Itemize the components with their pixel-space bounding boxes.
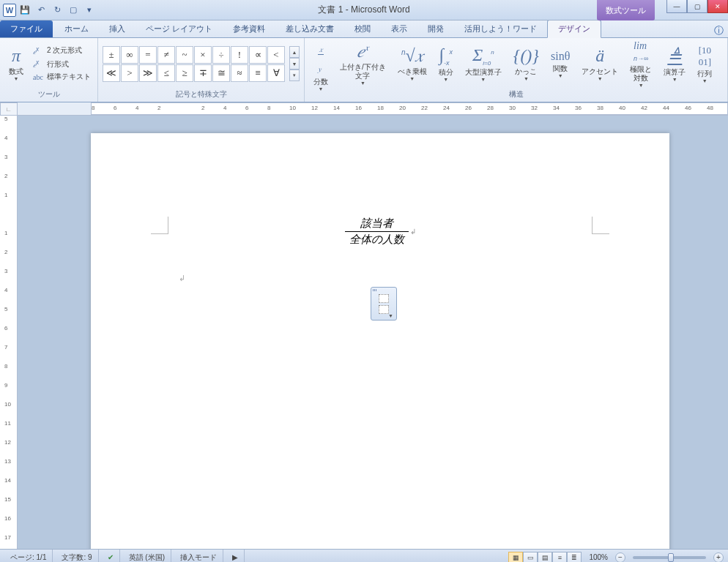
gallery-prev-button[interactable]: ▲ (289, 46, 300, 58)
status-spell-check[interactable]: ✔ (102, 550, 120, 562)
zoom-slider-thumb[interactable] (668, 553, 674, 562)
symbol-cell[interactable]: ∀ (267, 64, 285, 82)
symbol-cell[interactable]: ≅ (212, 64, 230, 82)
symbol-cell[interactable]: ∓ (194, 64, 212, 82)
fraction-denominator[interactable]: 全体の人数 (345, 232, 409, 247)
tab-page-layout[interactable]: ページ レイアウト (135, 20, 223, 37)
normal-text-button[interactable]: abc標準テキスト (31, 71, 93, 83)
bracket-button[interactable]: {()}かっこ▼ (509, 40, 543, 88)
symbol-cell[interactable]: = (139, 46, 157, 64)
zoom-slider[interactable] (633, 556, 706, 559)
view-draft-button[interactable]: ≣ (567, 552, 582, 563)
tab-design[interactable]: デザイン (547, 20, 601, 38)
linear-format-button[interactable]: 𝑒x行形式 (31, 58, 93, 70)
tab-insert[interactable]: 挿入 (99, 20, 135, 37)
symbol-cell[interactable]: ≤ (157, 64, 175, 82)
zoom-out-button[interactable]: − (615, 552, 625, 563)
ribbon-group-structures: 𝑥𝑦分数▼ 𝑒𝑥上付き/下付き 文字▼ n√𝑥べき乗根▼ ∫-xx積分▼ Σi=… (305, 38, 728, 102)
symbol-cell[interactable]: ≡ (249, 64, 267, 82)
ruler-tick: 4 (223, 105, 226, 111)
window-controls: — ▢ ✕ (666, 0, 728, 13)
symbol-cell[interactable]: ≥ (176, 64, 193, 82)
symbol-gallery-nav: ▲ ▼ ▾ (289, 46, 300, 81)
symbol-cell[interactable]: ∞ (121, 46, 138, 64)
paste-options-button[interactable]: ▼ (371, 287, 397, 321)
radical-button[interactable]: n√𝑥べき乗根▼ (393, 40, 431, 88)
document-page[interactable]: 該当者 全体の人数 ↲ ↲ ▼ (91, 133, 669, 549)
tab-selector[interactable]: ∟ (0, 102, 18, 116)
tab-file[interactable]: ファイル (0, 20, 53, 37)
ruler-tick: 10 (4, 401, 11, 408)
vertical-ruler[interactable]: 543211234567891011121314151617 (0, 116, 18, 549)
new-icon[interactable]: ▢ (66, 3, 81, 18)
ruler-tick: 4 (4, 287, 7, 293)
ruler-tick: 13 (4, 458, 11, 465)
accent-button[interactable]: äアクセント▼ (577, 40, 623, 88)
large-operator-button[interactable]: Σi=0n大型演算子▼ (461, 40, 506, 88)
minimize-button[interactable]: — (666, 0, 687, 13)
symbol-cell[interactable]: ≈ (231, 64, 248, 82)
save-icon[interactable]: 💾 (18, 3, 32, 18)
equation-button[interactable]: π 数式 ▼ (4, 40, 28, 88)
symbol-cell[interactable]: ± (103, 46, 120, 64)
symbol-cell[interactable]: ∝ (249, 46, 267, 64)
pi-icon: π (12, 46, 21, 66)
fraction-button[interactable]: 𝑥𝑦分数▼ (309, 40, 333, 88)
professional-format-button[interactable]: 𝑒x2 次元形式 (31, 45, 93, 57)
ruler-tick: 3 (4, 154, 7, 160)
undo-icon[interactable]: ↶ (34, 3, 48, 18)
equation-format-list: 𝑒x2 次元形式 𝑒x行形式 abc標準テキスト (31, 45, 93, 83)
symbol-cell[interactable]: ÷ (212, 46, 230, 64)
limit-log-button[interactable]: limn→∞極限と 対数▼ (625, 40, 656, 88)
tab-mailings[interactable]: 差し込み文書 (275, 20, 344, 37)
close-button[interactable]: ✕ (707, 0, 728, 13)
tab-references[interactable]: 参考資料 (223, 20, 275, 37)
function-button[interactable]: sinθ関数▼ (546, 40, 574, 88)
ruler-tick: 26 (465, 105, 472, 111)
matrix-button[interactable]: [1001]行列▼ (693, 40, 716, 88)
status-page[interactable]: ページ: 1/1 (4, 550, 53, 562)
gallery-next-button[interactable]: ▼ (289, 58, 300, 70)
tab-view[interactable]: 表示 (381, 20, 417, 37)
tab-developer[interactable]: 開発 (417, 20, 454, 37)
quick-access-toolbar: W 💾 ↶ ↻ ▢ ▾ (0, 3, 100, 18)
symbol-cell[interactable]: ≫ (139, 64, 157, 82)
symbol-cell[interactable]: ! (231, 46, 248, 64)
tab-review[interactable]: 校閲 (344, 20, 381, 37)
fraction-structure: 該当者 全体の人数 (345, 217, 409, 247)
status-word-count[interactable]: 文字数: 9 (56, 550, 98, 562)
symbol-cell[interactable]: ≪ (103, 64, 120, 82)
ruler-tick: 17 (4, 534, 11, 541)
status-macro[interactable]: ▶ (226, 550, 245, 562)
fraction-numerator[interactable]: 該当者 (345, 217, 409, 232)
symbol-cell[interactable]: > (121, 64, 138, 82)
page-scroll-container[interactable]: 該当者 全体の人数 ↲ ↲ ▼ (18, 116, 728, 549)
script-button[interactable]: 𝑒𝑥上付き/下付き 文字▼ (335, 40, 390, 88)
maximize-button[interactable]: ▢ (687, 0, 707, 13)
gallery-more-button[interactable]: ▾ (289, 70, 300, 81)
symbol-cell[interactable]: × (194, 46, 212, 64)
view-fullscreen-button[interactable]: ▭ (523, 552, 538, 563)
integral-button[interactable]: ∫-xx積分▼ (434, 40, 458, 88)
status-language[interactable]: 英語 (米国) (123, 550, 171, 562)
horizontal-ruler[interactable]: 8642246810121416182022242628303234363840… (91, 102, 728, 115)
view-print-layout-button[interactable]: ▦ (508, 552, 523, 563)
qat-more-icon[interactable]: ▾ (82, 3, 97, 18)
redo-icon[interactable]: ↻ (50, 3, 64, 18)
view-outline-button[interactable]: ≡ (552, 552, 567, 563)
symbol-cell[interactable]: ~ (176, 46, 193, 64)
zoom-in-button[interactable]: + (713, 552, 724, 563)
word-app-icon[interactable]: W (3, 4, 16, 17)
status-insert-mode[interactable]: 挿入モード (174, 550, 223, 562)
symbol-cell[interactable]: < (267, 46, 285, 64)
ribbon: π 数式 ▼ 𝑒x2 次元形式 𝑒x行形式 abc標準テキスト ツール ± ∞ … (0, 38, 728, 102)
operator-button[interactable]: ≜演算子▼ (659, 40, 690, 88)
tab-home[interactable]: ホーム (54, 20, 99, 37)
zoom-level-label[interactable]: 100% (589, 553, 608, 561)
ruler-tick: 3 (4, 268, 7, 274)
help-icon[interactable]: ⓘ (714, 24, 724, 37)
symbol-cell[interactable]: ≠ (157, 46, 175, 64)
view-web-button[interactable]: ▤ (538, 552, 552, 563)
equation-object[interactable]: 該当者 全体の人数 ↲ (157, 217, 603, 247)
tab-leverage[interactable]: 活用しよう！ワード (454, 20, 547, 37)
